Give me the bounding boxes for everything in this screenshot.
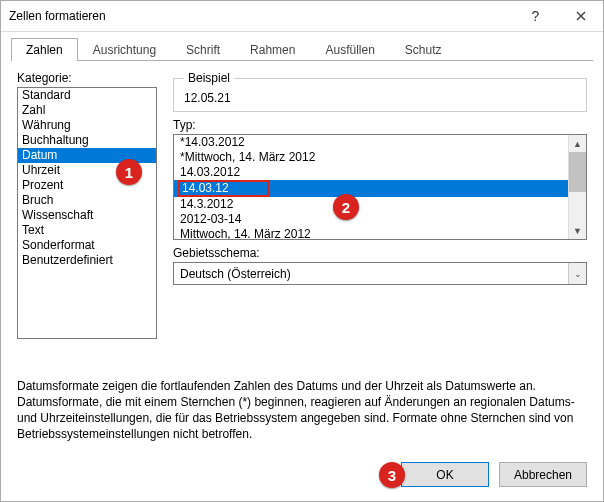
help-button[interactable]: ? <box>513 1 558 31</box>
cancel-button[interactable]: Abbrechen <box>499 462 587 487</box>
type-item[interactable]: Mittwoch, 14. März 2012 <box>174 227 568 240</box>
scroll-thumb[interactable] <box>569 152 586 192</box>
type-wrap: *14.03.2012*Mittwoch, 14. März 201214.03… <box>173 134 587 240</box>
annotation-marker-3: 3 <box>379 462 405 488</box>
ok-button[interactable]: OK <box>401 462 489 487</box>
category-item[interactable]: Sonderformat <box>18 238 156 253</box>
type-item[interactable]: 2012-03-14 <box>174 212 568 227</box>
type-label: Typ: <box>173 118 587 132</box>
tab-rahmen[interactable]: Rahmen <box>235 38 310 61</box>
tab-schrift[interactable]: Schrift <box>171 38 235 61</box>
dialog-buttons: OK Abbrechen <box>1 452 603 501</box>
format-description: Datumsformate zeigen die fortlaufenden Z… <box>1 374 603 452</box>
type-scrollbar[interactable]: ▲ ▼ <box>568 135 586 239</box>
tab-ausfüllen[interactable]: Ausfüllen <box>310 38 389 61</box>
tab-ausrichtung[interactable]: Ausrichtung <box>78 38 171 61</box>
category-item[interactable]: Standard <box>18 88 156 103</box>
type-item[interactable]: *Mittwoch, 14. März 2012 <box>174 150 568 165</box>
locale-combobox[interactable]: Deutsch (Österreich) ⌄ <box>173 262 587 285</box>
type-item[interactable]: 14.3.2012 <box>174 197 568 212</box>
category-item[interactable]: Text <box>18 223 156 238</box>
titlebar: Zellen formatieren ? <box>1 1 603 32</box>
category-listbox[interactable]: StandardZahlWährungBuchhaltungDatumUhrze… <box>17 87 157 339</box>
tab-schutz[interactable]: Schutz <box>390 38 457 61</box>
type-item[interactable]: 14.03.12 <box>174 180 568 197</box>
category-item[interactable]: Bruch <box>18 193 156 208</box>
locale-value: Deutsch (Österreich) <box>180 267 568 281</box>
format-cells-dialog: Zellen formatieren ? ZahlenAusrichtungSc… <box>0 0 604 502</box>
category-item[interactable]: Wissenschaft <box>18 208 156 223</box>
category-label: Kategorie: <box>17 71 157 85</box>
type-listbox[interactable]: *14.03.2012*Mittwoch, 14. März 201214.03… <box>173 134 587 240</box>
annotation-marker-1: 1 <box>116 159 142 185</box>
category-pane: Kategorie: StandardZahlWährungBuchhaltun… <box>17 71 157 374</box>
scroll-down-icon[interactable]: ▼ <box>569 222 586 239</box>
tab-strip: ZahlenAusrichtungSchriftRahmenAusfüllenS… <box>1 32 603 61</box>
locale-label: Gebietsschema: <box>173 246 587 260</box>
window-title: Zellen formatieren <box>9 9 513 23</box>
category-item[interactable]: Zahl <box>18 103 156 118</box>
close-button[interactable] <box>558 1 603 31</box>
category-item[interactable]: Benutzerdefiniert <box>18 253 156 268</box>
details-pane: Beispiel 12.05.21 Typ: *14.03.2012*Mittw… <box>173 71 587 374</box>
scroll-up-icon[interactable]: ▲ <box>569 135 586 152</box>
example-value: 12.05.21 <box>184 91 558 105</box>
close-icon <box>576 11 586 21</box>
type-item[interactable]: 14.03.2012 <box>174 165 568 180</box>
tab-panel-number: Kategorie: StandardZahlWährungBuchhaltun… <box>1 61 603 374</box>
tab-zahlen[interactable]: Zahlen <box>11 38 78 61</box>
type-item[interactable]: *14.03.2012 <box>174 135 568 150</box>
example-group: Beispiel 12.05.21 <box>173 71 587 112</box>
category-item[interactable]: Währung <box>18 118 156 133</box>
annotation-marker-2: 2 <box>333 194 359 220</box>
category-item[interactable]: Buchhaltung <box>18 133 156 148</box>
example-label: Beispiel <box>184 71 234 85</box>
chevron-down-icon[interactable]: ⌄ <box>568 263 586 284</box>
